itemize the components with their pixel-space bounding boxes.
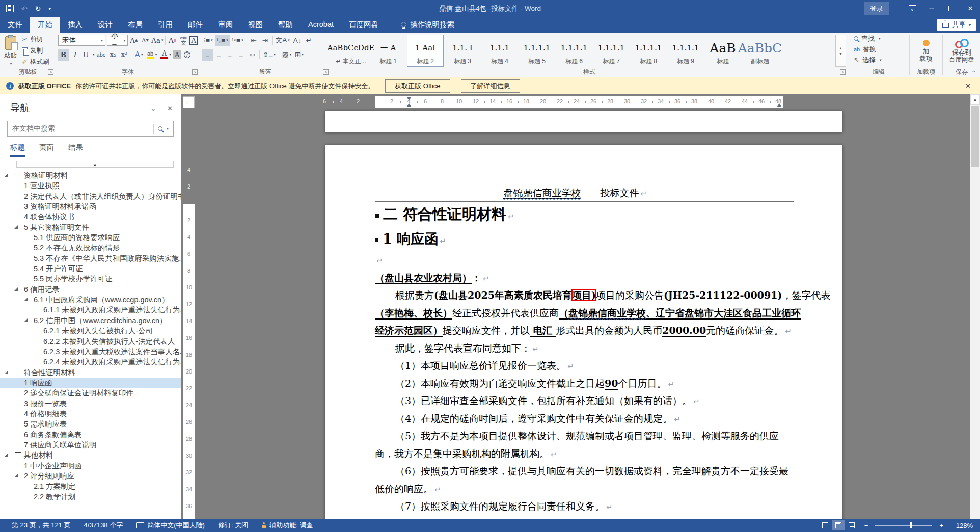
- learn-more-button[interactable]: 了解详细信息: [461, 79, 520, 93]
- nav-item[interactable]: 1 响应函: [0, 378, 181, 388]
- heading-collapse-icon[interactable]: [375, 238, 378, 242]
- superscript-button[interactable]: x²: [119, 49, 129, 61]
- underline-button[interactable]: U: [80, 49, 91, 61]
- nav-item[interactable]: 3 资格证明材料承诺函: [0, 201, 181, 211]
- vertical-ruler[interactable]: 4224681012141618202224262830323436: [183, 94, 195, 519]
- print-layout-button[interactable]: [832, 520, 845, 530]
- style-item-标题 7[interactable]: 1.1.1.1标题 7: [593, 35, 630, 67]
- paste-button[interactable]: 粘贴▾: [1, 33, 20, 68]
- nav-item[interactable]: 6 商务条款偏离表: [0, 430, 181, 440]
- italic-button[interactable]: I: [69, 49, 80, 61]
- clear-formatting-button[interactable]: A: [167, 35, 178, 46]
- select-button[interactable]: ↖选择▾: [854, 55, 881, 65]
- subscript-button[interactable]: x₂: [107, 49, 118, 61]
- shrink-font-button[interactable]: A▼: [140, 35, 150, 46]
- get-genuine-office-button[interactable]: 获取正版 Office: [385, 79, 450, 93]
- track-changes-indicator[interactable]: 修订: 关闭: [211, 519, 255, 532]
- align-right-button[interactable]: ≡: [225, 49, 235, 61]
- ribbon-tab-视图[interactable]: 视图: [240, 17, 270, 33]
- close-warning-icon[interactable]: ✕: [962, 82, 974, 90]
- style-item-标题[interactable]: AaB标题: [704, 35, 741, 67]
- minimize-button[interactable]: ─: [922, 0, 941, 17]
- scrollbar-thumb[interactable]: [971, 106, 979, 167]
- font-dialog-launcher[interactable]: ↘: [192, 69, 198, 75]
- nav-item[interactable]: 6 信用记录: [0, 284, 181, 295]
- nav-item[interactable]: 4 联合体协议书: [0, 211, 181, 222]
- nav-item[interactable]: 6.1.1 未被列入政府采购严重违法失信行为...: [0, 305, 181, 315]
- clipboard-dialog-launcher[interactable]: ↘: [48, 69, 53, 75]
- nav-item[interactable]: 7 供应商关联单位说明: [0, 440, 181, 450]
- line-spacing-button[interactable]: ⇕≡▾: [261, 49, 277, 61]
- nav-item[interactable]: 5.3 不存在《中华人民共和国政府采购法实施...: [0, 253, 181, 263]
- nav-item[interactable]: 6.2.3 未被列入重大税收违法案件当事人名单: [0, 347, 181, 357]
- style-item-本文正...[interactable]: AaBbCcDdE↵ 本文正...: [333, 35, 369, 67]
- nav-item[interactable]: 2.2 教学计划: [0, 492, 181, 502]
- nav-tab-页面[interactable]: 页面: [39, 143, 54, 157]
- ribbon-tab-插入[interactable]: 插入: [60, 17, 90, 33]
- ribbon-tab-布局[interactable]: 布局: [120, 17, 150, 33]
- accessibility-indicator[interactable]: 辅助功能: 调查: [255, 519, 319, 532]
- decrease-indent-button[interactable]: ⇤: [249, 35, 259, 46]
- language-indicator[interactable]: 简体中文(中国大陆): [129, 519, 211, 532]
- strikethrough-button[interactable]: abc: [95, 49, 107, 61]
- show-marks-button[interactable]: ↵: [304, 35, 314, 46]
- borders-button[interactable]: ⊞▾: [293, 49, 305, 61]
- style-item-标题 9[interactable]: 1.1.1.1标题 9: [667, 35, 704, 67]
- nav-item[interactable]: 5 需求响应表: [0, 419, 181, 429]
- nav-item[interactable]: 5.2 不存在无效投标的情形: [0, 243, 181, 253]
- horizontal-ruler[interactable]: 6422468101214161820222426283032343638404…: [181, 96, 970, 108]
- highlight-color-button[interactable]: ab▾: [145, 49, 159, 61]
- nav-item[interactable]: 5 其它资格证明文件: [0, 222, 181, 232]
- nav-tab-结果[interactable]: 结果: [68, 143, 83, 157]
- redo-icon[interactable]: ↻: [35, 5, 41, 13]
- ribbon-tab-开始[interactable]: 开始: [30, 17, 60, 33]
- justify-button[interactable]: ≡: [236, 49, 247, 61]
- replace-button[interactable]: ab替换: [854, 44, 876, 55]
- styles-gallery-more-button[interactable]: ▴▾: [835, 35, 846, 67]
- nav-tab-标题[interactable]: 标题: [10, 143, 25, 157]
- font-color-button[interactable]: A▾: [159, 49, 173, 61]
- ribbon-tab-文件[interactable]: 文件: [0, 17, 30, 33]
- ribbon-tab-Acrobat[interactable]: Acrobat: [301, 17, 341, 33]
- style-item-标题 8[interactable]: 1.1.1.1标题 8: [630, 35, 667, 67]
- font-size-combo[interactable]: 小三▾: [107, 35, 128, 46]
- nav-item[interactable]: 6.2.1 未被列入失信被执行人-公司: [0, 326, 181, 336]
- expand-arrow-icon[interactable]: [14, 287, 18, 291]
- find-button[interactable]: 查找▾: [854, 33, 881, 44]
- nav-item[interactable]: 1 中小企业声明函: [0, 461, 181, 471]
- collapse-ribbon-button[interactable]: ⌃: [972, 70, 976, 75]
- nav-item[interactable]: 5.5 民办学校办学许可证: [0, 274, 181, 284]
- search-options-icon[interactable]: ▾: [167, 126, 169, 131]
- ribbon-tab-审阅[interactable]: 审阅: [210, 17, 240, 33]
- nav-item[interactable]: 6.2.2 未被列入失信被执行人-法定代表人: [0, 336, 181, 347]
- nav-pane-options-icon[interactable]: ⌄: [150, 104, 156, 112]
- ribbon-tab-引用[interactable]: 引用: [150, 17, 180, 33]
- web-layout-button[interactable]: [845, 520, 858, 530]
- nav-item[interactable]: 三 其他材料: [0, 450, 181, 460]
- style-item-副标题[interactable]: AaBbC副标题: [742, 35, 778, 67]
- word-count[interactable]: 4/37138 个字: [77, 519, 130, 532]
- nav-item[interactable]: 1 营业执照: [0, 180, 181, 191]
- style-item-标题 1[interactable]: 一 A标题 1: [370, 35, 406, 67]
- bullets-button[interactable]: ⁝≡▾: [202, 35, 214, 46]
- expand-arrow-icon[interactable]: [14, 474, 18, 477]
- nav-item[interactable]: 2 法定代表人（或非法人组织负责人）身份证明书: [0, 191, 181, 201]
- save-icon[interactable]: [6, 5, 14, 12]
- nav-item[interactable]: 二 符合性证明材料: [0, 367, 181, 378]
- nav-item[interactable]: 5.1 供应商的资格要求响应: [0, 232, 181, 243]
- zoom-slider[interactable]: [875, 525, 932, 526]
- align-center-button[interactable]: ≡: [213, 49, 224, 61]
- zoom-level[interactable]: 128%: [946, 522, 980, 529]
- expand-arrow-icon[interactable]: [5, 370, 8, 374]
- nav-pane-close-icon[interactable]: ✕: [167, 104, 173, 112]
- share-button[interactable]: 共享 ▾: [937, 19, 976, 31]
- zoom-in-button[interactable]: +: [936, 519, 946, 532]
- sort-button[interactable]: A↓: [292, 35, 303, 46]
- expand-arrow-icon[interactable]: [5, 173, 8, 177]
- shading-button[interactable]: ▨▾: [281, 49, 293, 61]
- nav-item[interactable]: 5.4 开户许可证: [0, 263, 181, 274]
- change-case-button[interactable]: Aa▾: [151, 35, 164, 46]
- vertical-scrollbar[interactable]: ▲: [970, 94, 980, 519]
- page-indicator[interactable]: 第 23 页，共 121 页: [5, 519, 77, 532]
- restore-button[interactable]: [941, 0, 961, 17]
